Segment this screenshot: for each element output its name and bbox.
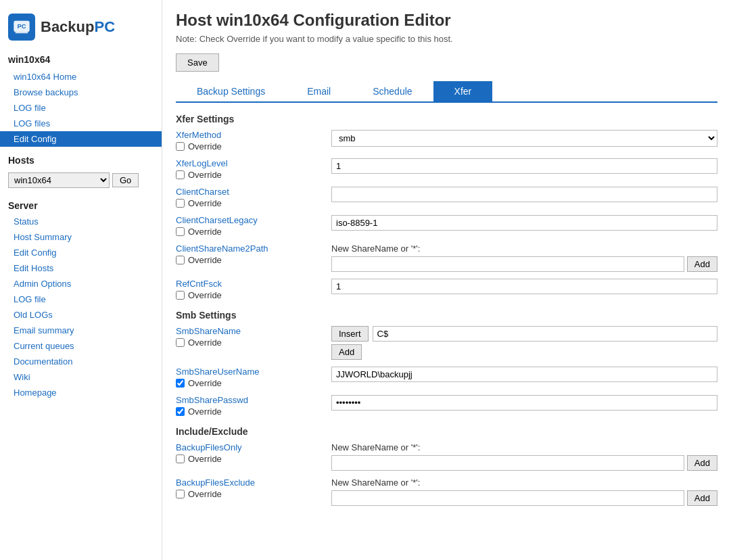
ref-cnt-fsck-override-checkbox[interactable] bbox=[176, 291, 185, 300]
client-share-name2path-row: ClientShareName2Path Override New ShareN… bbox=[176, 243, 717, 272]
smb-share-username-row: SmbShareUserName Override bbox=[176, 367, 717, 388]
smb-share-username-override-label: Override bbox=[188, 378, 222, 388]
smb-share-name-row: SmbShareName Override Insert Add bbox=[176, 326, 717, 360]
client-share-name2path-add-button[interactable]: Add bbox=[687, 256, 717, 272]
backup-files-exclude-link[interactable]: BackupFilesExclude bbox=[176, 477, 255, 488]
sidebar-link-log-file-host[interactable]: LOG file bbox=[0, 100, 162, 116]
sidebar-link-admin-options[interactable]: Admin Options bbox=[0, 276, 162, 291]
sidebar-link-edit-hosts[interactable]: Edit Hosts bbox=[0, 260, 162, 276]
sidebar-link-old-logs[interactable]: Old LOGs bbox=[0, 307, 162, 323]
client-charset-link[interactable]: ClientCharset bbox=[176, 187, 229, 197]
backup-files-only-control: New ShareName or '*': Add bbox=[331, 442, 717, 471]
client-charset-override-label: Override bbox=[188, 198, 222, 208]
smb-share-name-input[interactable] bbox=[373, 326, 717, 342]
smb-share-passwd-link[interactable]: SmbSharePasswd bbox=[176, 395, 248, 405]
hosts-select-row: win10x64 Go bbox=[8, 172, 154, 188]
smb-share-name-override-checkbox[interactable] bbox=[176, 338, 185, 347]
logo-pc-text: PC bbox=[94, 18, 115, 35]
client-charset-legacy-override-label: Override bbox=[188, 227, 222, 237]
sidebar-link-homepage[interactable]: Homepage bbox=[0, 385, 162, 400]
sidebar-link-win10x64-home[interactable]: win10x64 Home bbox=[0, 69, 162, 85]
backup-files-exclude-override-checkbox[interactable] bbox=[176, 490, 185, 498]
client-share-name2path-override-checkbox[interactable] bbox=[176, 256, 185, 264]
smb-share-name-link[interactable]: SmbShareName bbox=[176, 326, 241, 336]
sidebar-link-current-queues[interactable]: Current queues bbox=[0, 338, 162, 354]
hosts-select[interactable]: win10x64 bbox=[8, 172, 110, 188]
backup-files-exclude-new-label: New ShareName or '*': bbox=[331, 477, 717, 488]
backup-files-only-override-label: Override bbox=[188, 454, 222, 464]
backup-files-only-input[interactable] bbox=[331, 455, 684, 471]
sidebar-link-edit-config-server[interactable]: Edit Config bbox=[0, 245, 162, 260]
smb-share-passwd-override-checkbox[interactable] bbox=[176, 407, 185, 416]
xfer-method-link[interactable]: XferMethod bbox=[176, 130, 221, 140]
smb-share-username-control bbox=[331, 367, 717, 382]
xfer-log-level-override-label: Override bbox=[188, 170, 222, 180]
smb-share-username-override-row: Override bbox=[176, 378, 325, 388]
logo-icon: PC bbox=[8, 14, 35, 41]
xfer-log-level-input[interactable] bbox=[331, 158, 717, 174]
client-share-name2path-link[interactable]: ClientShareName2Path bbox=[176, 243, 268, 254]
backup-files-exclude-control: New ShareName or '*': Add bbox=[331, 477, 717, 506]
smb-share-passwd-input[interactable] bbox=[331, 395, 717, 411]
sidebar-link-email-summary[interactable]: Email summary bbox=[0, 323, 162, 338]
ref-cnt-fsck-override-row: Override bbox=[176, 290, 325, 300]
backup-files-exclude-add-button[interactable]: Add bbox=[687, 490, 717, 506]
hosts-area: win10x64 Go bbox=[0, 168, 162, 192]
smb-share-username-input[interactable] bbox=[331, 367, 717, 382]
smb-share-name-override-row: Override bbox=[176, 337, 325, 348]
backup-files-only-label-col: BackupFilesOnly Override bbox=[176, 442, 325, 464]
smb-share-name-control: Insert Add bbox=[331, 326, 717, 360]
smb-share-name-insert-button[interactable]: Insert bbox=[331, 326, 369, 342]
backuppc-icon: PC bbox=[12, 18, 31, 37]
smb-share-username-link[interactable]: SmbShareUserName bbox=[176, 367, 260, 377]
client-share-name2path-override-label: Override bbox=[188, 255, 222, 265]
hosts-go-button[interactable]: Go bbox=[112, 173, 139, 187]
tab-schedule[interactable]: Schedule bbox=[352, 81, 433, 101]
page-title: Host win10x64 Configuration Editor bbox=[176, 11, 717, 30]
client-charset-legacy-override-checkbox[interactable] bbox=[176, 227, 185, 236]
sidebar-link-browse-backups[interactable]: Browse backups bbox=[0, 85, 162, 100]
client-charset-legacy-input[interactable] bbox=[331, 215, 717, 231]
tab-backup-settings[interactable]: Backup Settings bbox=[176, 81, 286, 101]
sidebar-link-log-files-host[interactable]: LOG files bbox=[0, 116, 162, 131]
client-share-name2path-override-row: Override bbox=[176, 255, 325, 265]
xfer-method-override-checkbox[interactable] bbox=[176, 142, 185, 151]
backup-files-only-link[interactable]: BackupFilesOnly bbox=[176, 442, 242, 452]
sidebar-link-documentation[interactable]: Documentation bbox=[0, 354, 162, 369]
sidebar: PC BackupPC win10x64 win10x64 Home Brows… bbox=[0, 0, 162, 560]
client-charset-legacy-link[interactable]: ClientCharsetLegacy bbox=[176, 215, 258, 225]
sidebar-link-wiki[interactable]: Wiki bbox=[0, 369, 162, 385]
xfer-method-select[interactable]: smb tar rsync rsyncd bbox=[331, 130, 717, 147]
smb-share-passwd-override-row: Override bbox=[176, 406, 325, 417]
backup-files-exclude-input[interactable] bbox=[331, 490, 684, 506]
smb-share-name-add-button[interactable]: Add bbox=[331, 344, 362, 360]
xfer-log-level-link[interactable]: XferLogLevel bbox=[176, 158, 228, 168]
backup-files-exclude-label-col: BackupFilesExclude Override bbox=[176, 477, 325, 499]
tab-xfer[interactable]: Xfer bbox=[433, 81, 493, 101]
ref-cnt-fsck-link[interactable]: RefCntFsck bbox=[176, 279, 222, 289]
backup-files-only-add-button[interactable]: Add bbox=[687, 455, 717, 471]
include-exclude-title: Include/Exclude bbox=[176, 426, 717, 437]
ref-cnt-fsck-input[interactable] bbox=[331, 279, 717, 294]
tab-email[interactable]: Email bbox=[286, 81, 352, 101]
smb-share-name-label-col: SmbShareName Override bbox=[176, 326, 325, 348]
backup-files-only-new-label: New ShareName or '*': bbox=[331, 442, 717, 452]
sidebar-link-log-file-server[interactable]: LOG file bbox=[0, 291, 162, 307]
client-share-name2path-input[interactable] bbox=[331, 256, 684, 272]
backup-files-only-override-checkbox[interactable] bbox=[176, 454, 185, 463]
sidebar-server-title: Server bbox=[0, 192, 162, 214]
backup-files-exclude-override-row: Override bbox=[176, 489, 325, 499]
client-charset-input[interactable] bbox=[331, 187, 717, 202]
smb-share-username-override-checkbox[interactable] bbox=[176, 379, 185, 388]
client-share-name2path-input-row: Add bbox=[331, 256, 717, 272]
sidebar-link-host-summary[interactable]: Host Summary bbox=[0, 229, 162, 245]
ref-cnt-fsck-row: RefCntFsck Override bbox=[176, 279, 717, 300]
client-share-name2path-label-col: ClientShareName2Path Override bbox=[176, 243, 325, 265]
backup-files-exclude-override-label: Override bbox=[188, 489, 222, 499]
client-charset-control bbox=[331, 187, 717, 202]
client-charset-override-checkbox[interactable] bbox=[176, 199, 185, 208]
sidebar-link-status[interactable]: Status bbox=[0, 214, 162, 229]
xfer-log-level-override-checkbox[interactable] bbox=[176, 170, 185, 179]
save-button[interactable]: Save bbox=[176, 53, 219, 72]
sidebar-link-edit-config[interactable]: Edit Config bbox=[0, 131, 162, 147]
